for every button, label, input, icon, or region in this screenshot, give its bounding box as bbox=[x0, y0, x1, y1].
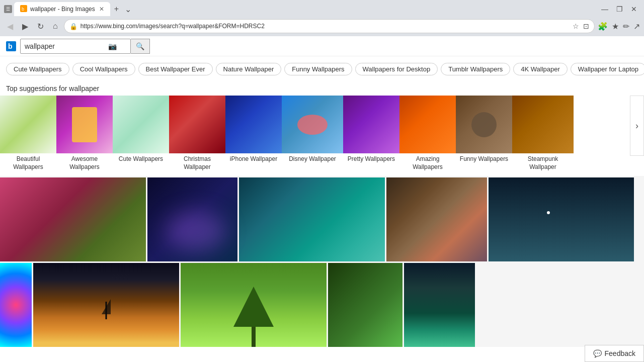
camera-search-button[interactable]: 📷 bbox=[106, 40, 119, 52]
search-input-wrap: 📷 bbox=[20, 39, 131, 54]
feedback-button[interactable]: 💬 Feedback bbox=[585, 345, 644, 362]
bookmark-icon[interactable]: ☆ bbox=[573, 22, 579, 30]
split-view-icon[interactable]: ⊡ bbox=[583, 22, 589, 30]
thumbnail-strip: Beautiful Wallpapers Awesome Wallpapers … bbox=[0, 96, 644, 176]
filter-chip-funny[interactable]: Funny Wallpapers bbox=[284, 63, 352, 75]
svg-text:b: b bbox=[22, 7, 24, 12]
filter-chip-desktop[interactable]: Wallpapers for Desktop bbox=[355, 63, 438, 75]
address-bar-actions: ☆ ⊡ bbox=[573, 22, 589, 30]
thumb-item-christmas[interactable]: Christmas Wallpaper bbox=[169, 96, 225, 176]
close-button[interactable]: ✕ bbox=[628, 4, 640, 14]
thumb-label-amazing: Amazing Wallpapers bbox=[399, 153, 456, 173]
refresh-button[interactable]: ↻ bbox=[34, 20, 47, 33]
tab-title: wallpaper - Bing Images bbox=[30, 6, 95, 13]
new-tab-button[interactable]: + bbox=[112, 3, 121, 16]
browser-toolbar: 🧩 ★ ✏ ↗ bbox=[598, 22, 640, 31]
svg-text:b: b bbox=[8, 42, 13, 50]
thumb-label-awesome: Awesome Wallpapers bbox=[56, 153, 113, 173]
address-bar[interactable]: 🔒 https://www.bing.com/images/search?q=w… bbox=[64, 19, 595, 33]
filter-chip-best[interactable]: Best Wallpaper Ever bbox=[138, 63, 213, 75]
thumb-label-funny: Funny Wallpapers bbox=[456, 153, 512, 165]
lock-icon: 🔒 bbox=[69, 23, 77, 30]
grid-image-6[interactable] bbox=[0, 263, 32, 347]
thumb-label-pretty: Pretty Wallpapers bbox=[343, 153, 399, 165]
pen-icon[interactable]: ✏ bbox=[623, 22, 629, 31]
share-icon[interactable]: ↗ bbox=[633, 22, 640, 31]
thumb-item-awesome[interactable]: Awesome Wallpapers bbox=[56, 96, 113, 176]
grid-image-2[interactable] bbox=[147, 177, 237, 261]
grid-image-8[interactable] bbox=[181, 263, 327, 347]
thumb-item-iphone[interactable]: iPhone Wallpaper bbox=[225, 96, 282, 176]
thumb-item-funny[interactable]: Funny Wallpapers bbox=[456, 96, 512, 176]
grid-image-1[interactable] bbox=[0, 177, 146, 261]
home-button[interactable]: ⌂ bbox=[50, 20, 61, 33]
thumb-label-beautiful: Beautiful Wallpapers bbox=[0, 153, 56, 173]
image-grid-row1 bbox=[0, 176, 644, 261]
filter-chip-tumblr[interactable]: Tumblr Wallpapers bbox=[441, 63, 510, 75]
url-text: https://www.bing.com/images/search?q=wal… bbox=[80, 23, 573, 30]
nav-bar: ◀ ▶ ↻ ⌂ 🔒 https://www.bing.com/images/se… bbox=[0, 16, 644, 36]
thumb-label-iphone: iPhone Wallpaper bbox=[225, 153, 282, 165]
filter-chip-laptop[interactable]: Wallpaper for Laptop bbox=[571, 63, 644, 75]
thumb-label-christmas: Christmas Wallpaper bbox=[169, 153, 225, 173]
grid-image-10[interactable] bbox=[404, 263, 475, 347]
search-input[interactable] bbox=[21, 42, 106, 50]
thumb-item-steampunk[interactable]: Steampunk Wallpaper bbox=[512, 96, 574, 176]
suggestions-label: Top suggestions for wallpaper bbox=[0, 81, 644, 96]
thumbnail-next-button[interactable]: › bbox=[630, 96, 644, 156]
minimize-button[interactable]: — bbox=[598, 4, 611, 14]
search-submit-button[interactable]: 🔍 bbox=[131, 39, 150, 54]
filter-chip-nature[interactable]: Nature Wallpaper bbox=[216, 63, 282, 75]
thumb-item-disney[interactable]: Disney Wallpaper bbox=[282, 96, 343, 176]
grid-image-7[interactable] bbox=[33, 263, 179, 347]
favorites-icon[interactable]: ★ bbox=[612, 22, 619, 31]
bing-logo: b bbox=[6, 41, 16, 51]
forward-button[interactable]: ▶ bbox=[19, 20, 31, 33]
grid-image-4[interactable] bbox=[386, 177, 487, 261]
tab-list-button[interactable]: ⌄ bbox=[123, 3, 133, 16]
thumb-label-disney: Disney Wallpaper bbox=[282, 153, 343, 165]
tab-bar: ☰ b wallpaper - Bing Images ✕ + ⌄ — ❐ ✕ bbox=[0, 0, 644, 16]
browser-favicon: ☰ bbox=[4, 5, 12, 13]
thumb-item-pretty[interactable]: Pretty Wallpapers bbox=[343, 96, 399, 176]
filter-bar: Cute Wallpapers Cool Wallpapers Best Wal… bbox=[0, 56, 644, 81]
thumb-label-cute: Cute Wallpapers bbox=[113, 153, 169, 165]
thumb-item-cute[interactable]: Cute Wallpapers bbox=[113, 96, 169, 176]
back-button[interactable]: ◀ bbox=[4, 20, 16, 33]
tab-favicon: b bbox=[20, 5, 27, 14]
search-bar-area: b 📷 🔍 bbox=[0, 36, 644, 56]
feedback-label: Feedback bbox=[605, 349, 635, 357]
grid-image-5[interactable] bbox=[489, 177, 634, 261]
thumb-label-steampunk: Steampunk Wallpaper bbox=[512, 153, 574, 173]
thumb-item-amazing[interactable]: Amazing Wallpapers bbox=[399, 96, 456, 176]
browser-chrome: ☰ b wallpaper - Bing Images ✕ + ⌄ — ❐ ✕ … bbox=[0, 0, 644, 36]
maximize-button[interactable]: ❐ bbox=[613, 4, 626, 14]
grid-image-9[interactable] bbox=[328, 263, 403, 347]
active-tab[interactable]: b wallpaper - Bing Images ✕ bbox=[14, 2, 110, 16]
tab-close-button[interactable]: ✕ bbox=[99, 6, 104, 13]
filter-chip-4k[interactable]: 4K Wallpaper bbox=[513, 63, 568, 75]
thumb-item-beautiful[interactable]: Beautiful Wallpapers bbox=[0, 96, 56, 176]
extensions-icon[interactable]: 🧩 bbox=[598, 22, 608, 31]
feedback-icon: 💬 bbox=[593, 349, 602, 357]
grid-image-3[interactable] bbox=[239, 177, 385, 261]
image-grid-row2 bbox=[0, 261, 644, 347]
filter-chip-cool[interactable]: Cool Wallpapers bbox=[72, 63, 135, 75]
filter-chip-cute[interactable]: Cute Wallpapers bbox=[6, 63, 69, 75]
